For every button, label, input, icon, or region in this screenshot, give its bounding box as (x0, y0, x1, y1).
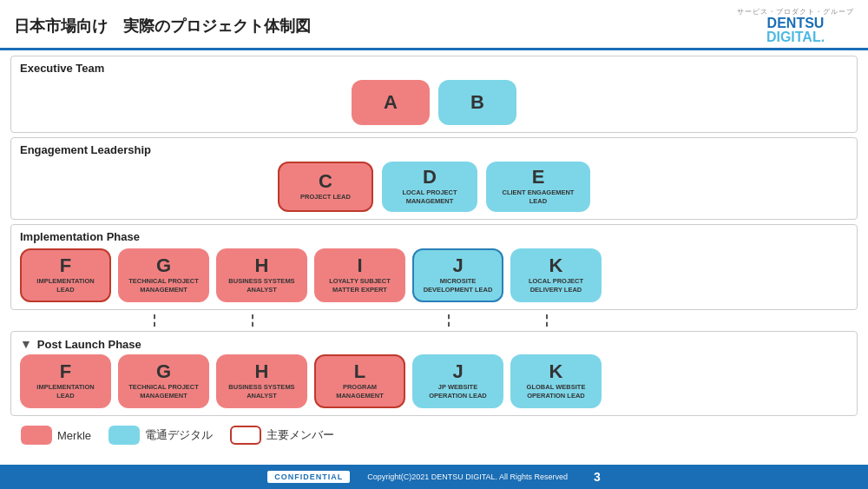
card-C: C PROJECT LEAD (278, 162, 373, 212)
card-H-post: H BUSINESS SYSTEMSANALYST (216, 354, 307, 408)
legend-key-member-box (230, 426, 261, 445)
legend-dentsu-label: 電通デジタル (145, 427, 213, 443)
engagement-leadership-cards: C PROJECT LEAD D LOCAL PROJECTMANAGEMENT… (20, 162, 848, 212)
card-F-post: F IMPLEMENTATIONLEAD (20, 354, 111, 408)
card-L-post: L PROGRAMMANAGEMENT (314, 354, 405, 408)
footer-copyright: Copyright(C)2021 DENTSU DIGITAL. All Rig… (367, 472, 568, 481)
card-A: A (352, 80, 430, 125)
legend: Merkle 電通デジタル 主要メンバー (10, 420, 858, 450)
card-K-impl: K LOCAL PROJECTDELIVERY LEAD (510, 248, 602, 302)
down-arrow-icon: ▼ (20, 337, 32, 351)
legend-dentsu: 電通デジタル (108, 426, 213, 445)
post-launch-phase-title: Post Launch Phase (37, 338, 141, 351)
logo-sub: DIGITAL. (766, 30, 825, 44)
implementation-phase-section: Implementation Phase F IMPLEMENTATIONLEA… (10, 224, 858, 310)
executive-team-cards: A B (20, 80, 848, 125)
card-G-impl: G TECHNICAL PROJECTMANAGEMENT (118, 248, 209, 302)
legend-dentsu-box (108, 426, 140, 445)
implementation-phase-title: Implementation Phase (20, 230, 848, 243)
executive-team-title: Executive Team (20, 62, 848, 75)
card-B: B (438, 80, 516, 125)
card-J-impl: J MICROSITEDEVELOPMENT LEAD (412, 248, 503, 302)
page-title: 日本市場向け 実際のプロジェクト体制図 (14, 16, 311, 36)
legend-key-member-label: 主要メンバー (266, 427, 334, 443)
logo: サービス・プロダクト・グループ DENTSU DIGITAL. (737, 7, 854, 44)
legend-merkle-label: Merkle (57, 429, 91, 442)
main-content: Executive Team A B Engagement Leadership… (0, 50, 868, 450)
post-launch-phase-section: ▼ Post Launch Phase F IMPLEMENTATIONLEAD… (10, 331, 858, 416)
engagement-leadership-section: Engagement Leadership C PROJECT LEAD D L… (10, 137, 858, 220)
engagement-leadership-title: Engagement Leadership (20, 143, 848, 156)
legend-merkle: Merkle (21, 426, 91, 445)
footer: CONFIDENTIAL Copyright(C)2021 DENTSU DIG… (0, 465, 868, 489)
card-H-impl: H BUSINESS SYSTEMSANALYST (216, 248, 307, 302)
card-D: D LOCAL PROJECTMANAGEMENT (382, 162, 477, 212)
card-F-impl: F IMPLEMENTATIONLEAD (20, 248, 111, 302)
card-G-post: G TECHNICAL PROJECTMANAGEMENT (118, 354, 209, 408)
page-header: 日本市場向け 実際のプロジェクト体制図 サービス・プロダクト・グループ DENT… (0, 0, 868, 50)
card-I-impl: I LOYALTY SUBJECTMATTER EXPERT (314, 248, 405, 302)
post-launch-phase-cards: F IMPLEMENTATIONLEAD G TECHNICAL PROJECT… (20, 354, 848, 408)
card-K-post: K GLOBAL WEBSITEOPERATION LEAD (510, 354, 602, 408)
confidential-badge: CONFIDENTIAL (267, 471, 350, 483)
executive-team-section: Executive Team A B (10, 56, 858, 133)
legend-key-member: 主要メンバー (230, 426, 334, 445)
connector-row (10, 314, 858, 327)
card-E: E CLIENT ENGAGEMENTLEAD (486, 162, 590, 212)
implementation-phase-cards: F IMPLEMENTATIONLEAD G TECHNICAL PROJECT… (20, 248, 848, 302)
footer-page: 3 (594, 470, 601, 484)
logo-main: DENTSU (767, 17, 825, 30)
card-J-post: J JP WEBSITEOPERATION LEAD (412, 354, 503, 408)
legend-merkle-box (21, 426, 52, 445)
